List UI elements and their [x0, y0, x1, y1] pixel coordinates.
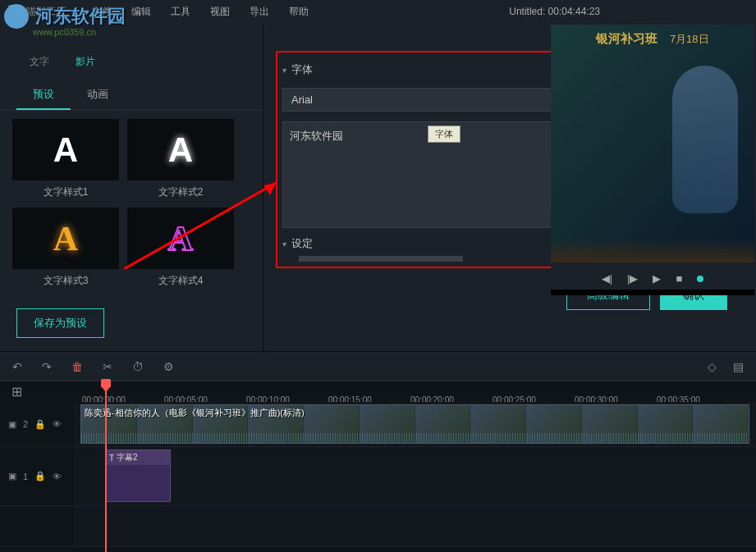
audio-waveform — [81, 433, 749, 443]
text-track-row: ▣ 1 🔒 👁 T 字幕2 — [0, 447, 756, 506]
preset-panel: 文字 影片 预设 动画 A 文字样式1 A 文字样式2 A 文字样式3 A 文字… — [0, 23, 263, 351]
text-clip-icon: T — [109, 454, 114, 463]
font-tooltip: 字体 — [428, 125, 460, 143]
lock-icon[interactable]: 🔒 — [34, 471, 46, 481]
next-frame-button[interactable]: |▶ — [627, 272, 638, 285]
preview-date-text: 7月18日 — [670, 33, 709, 45]
timeline-ruler[interactable]: ⊞ 00:00:00:00 00:00:05:00 00:00:10:00 00… — [0, 381, 756, 402]
media-tab-video[interactable]: 影片 — [62, 52, 108, 72]
menu-help[interactable]: 帮助 — [279, 5, 318, 19]
eye-icon[interactable]: 👁 — [53, 419, 62, 429]
menu-export[interactable]: 导出 — [240, 5, 279, 19]
preview-title-text: 银河补习班 — [596, 31, 657, 45]
marker-button[interactable]: ◇ — [708, 360, 717, 373]
preset-style-4[interactable]: A 文字样式4 — [127, 208, 234, 288]
tracks-button[interactable]: ▤ — [733, 360, 744, 373]
text-track-header[interactable]: ▣ 1 🔒 👁 — [0, 447, 74, 505]
empty-track-row — [0, 506, 756, 547]
menu-tools[interactable]: 工具 — [161, 5, 200, 19]
preset-style-2[interactable]: A 文字样式2 — [127, 119, 234, 199]
prev-frame-button[interactable]: ◀| — [602, 272, 612, 285]
delete-button[interactable]: 🗑 — [71, 360, 83, 373]
player-controls: ◀| |▶ ▶ ■ — [551, 262, 754, 290]
speed-button[interactable]: ⏱ — [132, 360, 144, 373]
app-logo-icon — [8, 5, 21, 18]
settings-button[interactable]: ⚙ — [163, 360, 174, 373]
app-name: 喵影工厂 — [26, 5, 66, 19]
menu-view[interactable]: 视图 — [200, 5, 240, 19]
video-clip[interactable]: 陈奕迅-相信你的人（电影《银河补习班》推广曲)(标清) — [80, 404, 749, 444]
video-clip-label: 陈奕迅-相信你的人（电影《银河补习班》推广曲)(标清) — [85, 407, 305, 419]
preset-style-3[interactable]: A 文字样式3 — [12, 208, 119, 288]
sub-tab-preset[interactable]: 预设 — [16, 80, 71, 110]
record-indicator[interactable] — [697, 276, 703, 282]
menu-file[interactable]: 文件 — [82, 5, 121, 19]
media-tab-text[interactable]: 文字 — [16, 52, 62, 72]
menu-bar: 喵影工厂 文件 编辑 工具 视图 导出 帮助 Untitled: 00:04:4… — [0, 0, 756, 23]
video-track-row: ▣ 2 🔒 👁 陈奕迅-相信你的人（电影《银河补习班》推广曲)(标清) — [0, 402, 756, 447]
undo-button[interactable]: ↶ — [12, 360, 22, 373]
add-track-button[interactable]: ⊞ — [0, 384, 74, 399]
sub-tab-animation[interactable]: 动画 — [71, 80, 125, 110]
playhead[interactable] — [105, 381, 107, 552]
preset-style-1[interactable]: A 文字样式1 — [12, 119, 119, 199]
play-button[interactable]: ▶ — [653, 272, 661, 285]
eye-icon[interactable]: 👁 — [53, 472, 62, 481]
svg-marker-1 — [263, 183, 276, 195]
timeline-toolbar: ↶ ↷ 🗑 ✂ ⏱ ⚙ ◇ ▤ — [0, 351, 756, 381]
menu-edit[interactable]: 编辑 — [121, 5, 161, 19]
horizontal-scrollbar[interactable] — [299, 256, 463, 262]
video-track-header[interactable]: ▣ 2 🔒 👁 — [0, 402, 74, 446]
track-type-icon: ▣ — [8, 471, 16, 481]
preview-panel: 银河补习班 7月18日 ◀| |▶ ▶ ■ — [551, 25, 754, 295]
stop-button[interactable]: ■ — [676, 272, 682, 285]
save-preset-button[interactable]: 保存为预设 — [16, 308, 104, 338]
timeline-tracks: ▣ 2 🔒 👁 陈奕迅-相信你的人（电影《银河补习班》推广曲)(标清) ▣ 1 … — [0, 402, 756, 550]
cut-button[interactable]: ✂ — [103, 360, 112, 373]
text-clip[interactable]: T 字幕2 — [105, 449, 171, 502]
preview-viewport[interactable]: 银河补习班 7月18日 — [551, 25, 754, 262]
text-clip-label: 字幕2 — [117, 452, 138, 463]
lock-icon[interactable]: 🔒 — [34, 419, 46, 430]
track-type-icon: ▣ — [8, 419, 16, 430]
preview-figure — [672, 66, 738, 213]
document-title: Untitled: 00:04:44:23 — [509, 6, 600, 17]
redo-button[interactable]: ↷ — [42, 360, 52, 373]
